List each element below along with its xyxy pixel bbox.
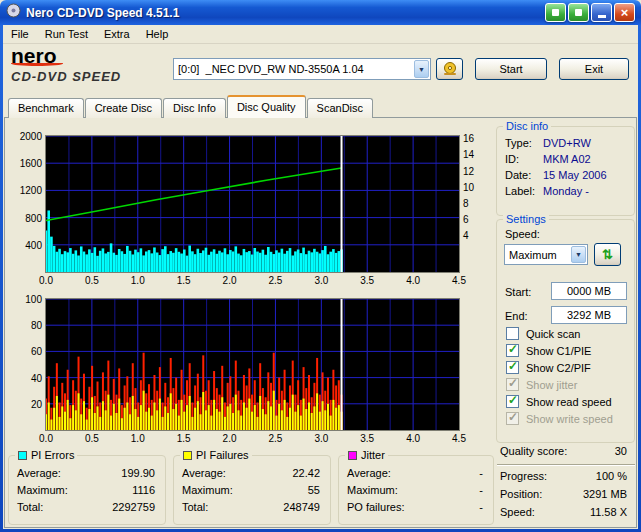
chevron-down-icon[interactable]: ▼ (414, 60, 429, 78)
checkbox-box[interactable]: ✓ (506, 344, 519, 357)
legend-row: Average:199.90 (9, 465, 165, 481)
pi-errors-chart (46, 136, 459, 272)
quality-score-label: Quality score: (500, 445, 567, 457)
progress-label: Position: (500, 488, 542, 500)
drive-tray-button[interactable] (436, 58, 463, 80)
y-axis-tick: 400 (12, 240, 42, 251)
checkbox-box[interactable] (506, 327, 519, 340)
checkbox-label: Show C2/PIF (526, 362, 591, 374)
speed-select[interactable]: Maximum ▼ (504, 244, 588, 265)
menu-help[interactable]: Help (138, 26, 177, 42)
legend-row-label: Maximum: (182, 484, 233, 496)
menubar: FileRun TestExtraHelp (3, 25, 638, 44)
separator (497, 464, 635, 466)
panel-title: Jitter (345, 449, 388, 461)
close-button[interactable]: × (614, 3, 635, 22)
x-axis-tick: 1.0 (127, 275, 149, 286)
checkbox-quick-scan[interactable]: Quick scan (506, 326, 632, 343)
legend-row: Average:- (339, 465, 493, 481)
menu-extra[interactable]: Extra (96, 26, 138, 42)
check-icon: ✓ (508, 359, 518, 373)
refresh-icon: ⇅ (602, 247, 613, 262)
x-axis-tick: 0.0 (35, 275, 57, 286)
y-axis-right-tick: 10 (463, 182, 474, 193)
checkbox-box[interactable]: ✓ (506, 361, 519, 374)
x-axis-tick: 3.5 (356, 433, 378, 444)
refresh-speed-button[interactable]: ⇅ (594, 243, 621, 266)
app-icon (6, 3, 21, 22)
tab-benchmark[interactable]: Benchmark (8, 98, 84, 118)
disc-info-row: ID:MKM A02 (497, 151, 634, 167)
disc-info-title: Disc info (503, 120, 551, 132)
header: nero CD-DVD SPEED [0:0] _NEC DVD_RW ND-3… (3, 44, 638, 96)
minimize-button[interactable] (591, 3, 612, 22)
tab-create-disc[interactable]: Create Disc (85, 98, 162, 118)
y-axis-right-tick: 8 (463, 198, 469, 209)
panel-title: PI Failures (180, 449, 252, 461)
panel-jitter: JitterAverage:-Maximum:-PO failures:- (338, 455, 494, 525)
tab-disc-quality[interactable]: Disc Quality (227, 95, 306, 118)
legend-row: Maximum:1116 (9, 482, 165, 498)
x-axis-tick: 2.5 (264, 433, 286, 444)
speed-label: Speed: (505, 228, 540, 240)
legend-row-label: Maximum: (17, 484, 68, 496)
disc-info-row: Label:Monday - (497, 183, 634, 199)
y-axis-right-tick: 16 (463, 133, 474, 144)
app-window: Nero CD-DVD Speed 4.51.1 × FileRun TestE… (0, 0, 641, 532)
logo-product: CD-DVD SPEED (11, 69, 121, 84)
disc-info-value: 15 May 2006 (543, 169, 607, 181)
start-position-field[interactable]: 0000 MB (551, 282, 627, 300)
exit-button[interactable]: Exit (559, 58, 629, 80)
y-axis-tick: 20 (12, 399, 42, 410)
end-position-field[interactable]: 3292 MB (551, 306, 627, 324)
square-icon (575, 9, 582, 16)
x-axis-tick: 4.0 (402, 275, 424, 286)
panel-pi-errors: PI ErrorsAverage:199.90Maximum:1116Total… (8, 455, 166, 525)
titlebar-extra-button-2[interactable] (568, 3, 589, 22)
disc-hand-icon (442, 62, 458, 76)
menu-run-test[interactable]: Run Test (37, 26, 96, 42)
check-icon: ✓ (508, 376, 518, 390)
x-axis-tick: 1.5 (173, 433, 195, 444)
end-position-label: End: (505, 310, 528, 322)
legend-row-value: - (479, 467, 483, 479)
checkbox-show-c1-pie[interactable]: ✓Show C1/PIE (506, 343, 632, 360)
legend-swatch (348, 451, 357, 460)
drive-select[interactable]: [0:0] _NEC DVD_RW ND-3550A 1.04 ▼ (173, 58, 431, 80)
start-button[interactable]: Start (475, 58, 547, 80)
legend-row: Total:248749 (174, 499, 330, 515)
legend-row: Maximum:- (339, 482, 493, 498)
logo-brand: nero (11, 46, 121, 65)
checkbox-show-c2-pif[interactable]: ✓Show C2/PIF (506, 360, 632, 377)
y-axis-tick: 800 (12, 213, 42, 224)
checkbox-box: ✓ (506, 378, 519, 391)
y-axis-right-tick: 4 (463, 230, 469, 241)
progress-row: Progress:100 % (496, 468, 635, 486)
window-border-left (0, 25, 3, 532)
check-icon: ✓ (508, 410, 518, 424)
pi-failures-chart (46, 299, 459, 430)
nero-logo: nero CD-DVD SPEED (11, 46, 121, 84)
checkbox-show-read-speed[interactable]: ✓Show read speed (506, 394, 632, 411)
tab-disc-info[interactable]: Disc Info (163, 98, 226, 118)
menu-file[interactable]: File (3, 26, 37, 42)
checkbox-box[interactable]: ✓ (506, 395, 519, 408)
check-icon: ✓ (508, 393, 518, 407)
progress-label: Progress: (500, 470, 547, 482)
settings-panel: Settings Speed: Maximum ▼ ⇅ Start: 0000 … (496, 219, 635, 443)
y-axis-tick: 1200 (12, 185, 42, 196)
progress-row: Speed:11.58 X (496, 504, 635, 522)
progress-value: 100 % (596, 470, 627, 482)
titlebar-buttons: × (545, 3, 635, 22)
titlebar-extra-button-1[interactable] (545, 3, 566, 22)
disc-info-row: Type:DVD+RW (497, 135, 634, 151)
legend-row: Average:22.42 (174, 465, 330, 481)
legend-row-label: PO failures: (347, 501, 404, 513)
checkbox-label: Show read speed (526, 396, 612, 408)
quality-score-value: 30 (615, 445, 627, 457)
panel-pi-failures: PI FailuresAverage:22.42Maximum:55Total:… (173, 455, 331, 525)
legend-row-label: Total: (17, 501, 43, 513)
chevron-down-icon[interactable]: ▼ (571, 246, 586, 263)
y-axis-tick: 2000 (12, 131, 42, 142)
tab-scandisc[interactable]: ScanDisc (307, 98, 373, 118)
